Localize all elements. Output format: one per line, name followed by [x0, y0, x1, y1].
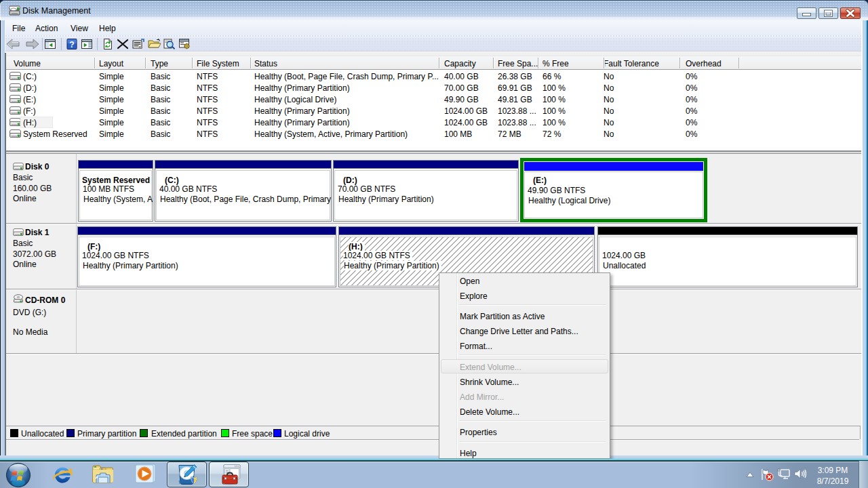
svg-text:?: ?: [69, 40, 74, 49]
